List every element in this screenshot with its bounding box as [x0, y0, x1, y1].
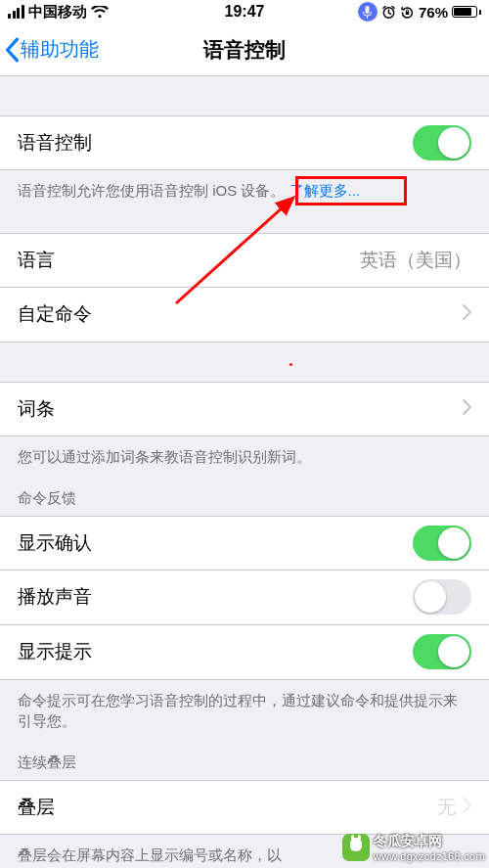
carrier-label: 中国移动 — [28, 3, 87, 22]
cell-overlay[interactable]: 叠层 无 — [0, 780, 489, 835]
cell-language[interactable]: 语言 英语（美国） — [0, 233, 489, 288]
overlay-label: 叠层 — [18, 795, 55, 820]
watermark-name: 冬瓜安卓网 — [374, 833, 442, 848]
language-value: 英语（美国） — [360, 248, 471, 273]
battery-icon — [452, 6, 481, 18]
cell-show-confirmation[interactable]: 显示确认 — [0, 516, 489, 571]
status-bar: 中国移动 19:47 76% — [0, 0, 489, 23]
custom-commands-label: 自定命令 — [18, 301, 92, 327]
show-confirmation-switch[interactable] — [413, 525, 471, 561]
chevron-right-icon — [462, 303, 471, 325]
group-voice-control: 语音控制 语音控制允许您使用语音控制 iOS 设备。 了解更多... — [0, 115, 489, 206]
chevron-right-icon — [462, 797, 471, 818]
learn-more-link[interactable]: 了解更多... — [289, 182, 361, 199]
cell-custom-commands[interactable]: 自定命令 — [0, 288, 489, 343]
voice-control-footer: 语音控制允许您使用语音控制 iOS 设备。 了解更多... — [0, 170, 489, 206]
voice-control-footer-text: 语音控制允许您使用语音控制 iOS 设备。 — [18, 182, 285, 199]
language-label: 语言 — [18, 248, 55, 273]
back-label: 辅助功能 — [21, 36, 99, 63]
wifi-icon — [91, 6, 109, 19]
watermark: 冬瓜安卓网 www.dgxzcdz168.com — [342, 833, 485, 862]
show-hints-label: 显示提示 — [18, 639, 92, 664]
cell-show-hints[interactable]: 显示提示 — [0, 625, 489, 680]
annotation-dot — [289, 363, 292, 366]
navigation-bar: 辅助功能 语音控制 — [0, 23, 489, 76]
group-overlay: 叠层 无 — [0, 780, 489, 835]
play-sound-label: 播放声音 — [18, 584, 92, 610]
header-overlay: 连续叠层 — [0, 736, 489, 780]
group-command-feedback: 显示确认 播放声音 显示提示 — [0, 516, 489, 680]
overlay-value: 无 — [437, 795, 456, 820]
battery-percent: 76% — [419, 4, 448, 21]
group-language: 语言 英语（美国） 自定命令 — [0, 233, 489, 343]
command-feedback-footer: 命令提示可在您学习语音控制的过程中，通过建议命令和提供提示来引导您。 — [0, 680, 489, 737]
chevron-left-icon — [4, 37, 20, 63]
cell-play-sound[interactable]: 播放声音 — [0, 571, 489, 625]
back-button[interactable]: 辅助功能 — [0, 36, 99, 63]
chevron-right-icon — [462, 398, 471, 420]
group-vocabulary: 词条 您可以通过添加词条来教语音控制识别新词。 — [0, 382, 489, 472]
orientation-lock-icon — [400, 5, 415, 20]
play-sound-switch[interactable] — [413, 579, 471, 615]
voice-control-toggle-label: 语音控制 — [18, 130, 92, 156]
watermark-logo-icon — [342, 834, 370, 861]
vocabulary-label: 词条 — [18, 396, 55, 422]
show-confirmation-label: 显示确认 — [18, 530, 92, 556]
voice-control-switch[interactable] — [413, 125, 471, 160]
header-command-feedback: 命令反馈 — [0, 472, 489, 516]
cell-vocabulary[interactable]: 词条 — [0, 382, 489, 436]
voice-control-indicator-icon — [358, 2, 378, 22]
vocabulary-footer: 您可以通过添加词条来教语音控制识别新词。 — [0, 436, 489, 472]
svg-rect-1 — [406, 12, 409, 15]
show-hints-switch[interactable] — [413, 634, 471, 669]
watermark-url: www.dgxzcdz168.com — [374, 850, 485, 862]
status-right: 76% — [358, 2, 481, 22]
cellular-signal-icon — [8, 5, 24, 19]
alarm-icon — [381, 5, 396, 20]
status-left: 中国移动 — [8, 3, 109, 22]
cell-voice-control-toggle[interactable]: 语音控制 — [0, 115, 489, 170]
